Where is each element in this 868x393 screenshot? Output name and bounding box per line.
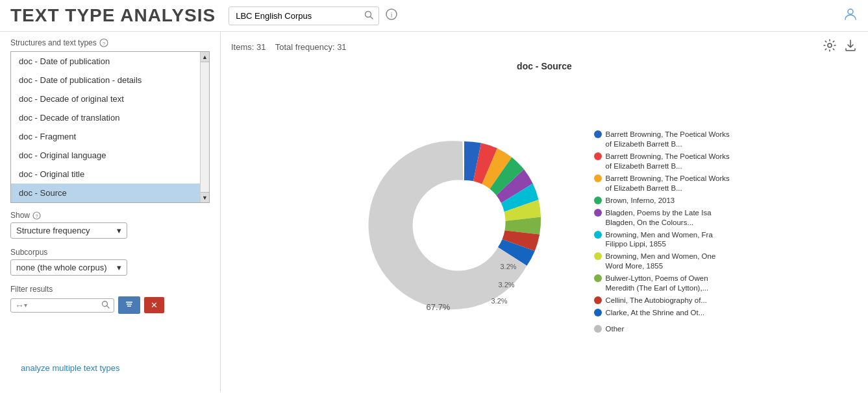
chevron-down-icon: ▾: [24, 302, 27, 309]
percent-label-other: 67.7%: [426, 302, 450, 312]
structures-label: Structures and text types ?: [10, 38, 210, 47]
chart-area: 3.2% 3.2% 3.2% 67.7% Barrett Browning, T…: [231, 78, 858, 386]
filter-row: ↔ ▾ ✕: [10, 296, 210, 314]
legend-item-other: Other: [594, 324, 736, 334]
app-header: TEXT TYPE ANALYSIS i: [0, 0, 868, 32]
legend-item: Cellini, The Autobiography of...: [594, 296, 736, 305]
user-icon-button[interactable]: [843, 6, 858, 25]
range-icon: ↔: [15, 300, 24, 311]
chart-title: doc - Source: [231, 61, 858, 71]
svg-text:?: ?: [103, 41, 106, 47]
chevron-down-icon: ▾: [117, 263, 121, 272]
help-icon: ?: [99, 38, 108, 47]
structures-list[interactable]: doc - Date of publication doc - Date of …: [10, 51, 210, 203]
right-actions: [823, 38, 858, 56]
list-item[interactable]: doc - Fragment: [11, 127, 209, 146]
subcorpus-section: Subcorpus none (the whole corpus) ▾: [0, 243, 220, 280]
list-item[interactable]: doc - Date of publication: [11, 52, 209, 71]
svg-point-4: [848, 9, 853, 14]
filter-label: Filter results: [10, 285, 210, 294]
analyze-link[interactable]: analyze multiple text types: [10, 357, 210, 379]
items-info: Items: 31 Total frequency: 31: [231, 42, 347, 52]
search-input[interactable]: [229, 8, 359, 24]
scroll-down-btn[interactable]: ▼: [201, 192, 209, 202]
search-bar: [229, 6, 379, 25]
svg-line-1: [371, 16, 373, 19]
show-label: Show ?: [10, 211, 210, 220]
percent-label-3: 3.2%: [491, 297, 507, 305]
legend-item: Browning, Men and Women, One Word More, …: [594, 252, 736, 271]
list-item[interactable]: doc - Decade of original text: [11, 89, 209, 108]
left-panel: Structures and text types ? doc - Date o…: [0, 32, 221, 392]
scrollbar[interactable]: ▲ ▼: [200, 52, 209, 202]
main-layout: Structures and text types ? doc - Date o…: [0, 32, 868, 392]
list-item[interactable]: doc - Original title: [11, 165, 209, 184]
list-item[interactable]: doc - Date of publication - details: [11, 71, 209, 89]
svg-point-14: [828, 43, 832, 47]
legend-dot: [594, 309, 602, 316]
percent-label-1: 3.2%: [500, 263, 516, 270]
legend-dot: [594, 209, 602, 217]
settings-button[interactable]: [823, 38, 837, 56]
chart-container: 3.2% 3.2% 3.2% 67.7% Barrett Browning, T…: [231, 122, 858, 342]
legend-item: Blagden, Poems by the Late Isa Blagden, …: [594, 208, 736, 228]
legend-item: Brown, Inferno, 2013: [594, 196, 736, 206]
svg-line-10: [107, 305, 110, 308]
legend: Barrett Browning, The Poetical Works of …: [594, 130, 736, 334]
donut-chart: 3.2% 3.2% 3.2% 67.7%: [354, 122, 575, 342]
legend-dot-other: [594, 325, 602, 333]
legend-item: Barrett Browning, The Poetical Works of …: [594, 152, 736, 171]
legend-dot: [594, 252, 602, 260]
legend-dot: [594, 231, 602, 239]
download-button[interactable]: [843, 38, 858, 56]
filter-section: Filter results ↔ ▾ ✕: [0, 280, 220, 318]
legend-dot: [594, 274, 602, 282]
page-title: TEXT TYPE ANALYSIS: [10, 5, 216, 26]
filter-search-icon[interactable]: [101, 300, 110, 311]
legend-dot: [594, 152, 602, 160]
filter-clear-button[interactable]: ✕: [144, 297, 164, 313]
list-item[interactable]: doc - Decade of translation: [11, 108, 209, 127]
legend-item: Barrett Browning, The Poetical Works of …: [594, 130, 736, 149]
list-item[interactable]: doc - Original language: [11, 146, 209, 165]
legend-item: Barrett Browning, The Poetical Works of …: [594, 174, 736, 193]
legend-dot: [594, 130, 602, 138]
search-button[interactable]: [359, 7, 378, 25]
show-dropdown[interactable]: Structure frequency ▾: [10, 222, 127, 239]
list-item-selected[interactable]: doc - Source: [11, 184, 209, 202]
subcorpus-label: Subcorpus: [10, 248, 210, 257]
chevron-down-icon: ▾: [117, 226, 121, 235]
legend-item: Clarke, At the Shrine and Ot...: [594, 308, 736, 318]
subcorpus-dropdown[interactable]: none (the whole corpus) ▾: [10, 259, 127, 276]
svg-text:?: ?: [35, 213, 38, 219]
show-section: Show ? Structure frequency ▾: [0, 203, 220, 243]
show-help-icon: ?: [32, 211, 41, 220]
percent-label-2: 3.2%: [498, 281, 514, 289]
filter-input-wrap: ↔ ▾: [10, 298, 114, 313]
legend-dot: [594, 174, 602, 182]
legend-item: Browning, Men and Women, Fra Filippo Lip…: [594, 230, 736, 250]
filter-input[interactable]: [30, 300, 101, 310]
legend-dot: [594, 196, 602, 204]
info-button[interactable]: i: [386, 8, 397, 23]
right-panel: Items: 31 Total frequency: 31: [221, 32, 868, 392]
scroll-up-btn[interactable]: ▲: [201, 52, 209, 62]
legend-dot: [594, 296, 602, 304]
filter-apply-button[interactable]: [118, 296, 140, 314]
svg-text:i: i: [391, 12, 392, 19]
right-header: Items: 31 Total frequency: 31: [231, 38, 858, 56]
legend-item: Bulwer-Lytton, Poems of Owen Meredith (T…: [594, 274, 736, 293]
